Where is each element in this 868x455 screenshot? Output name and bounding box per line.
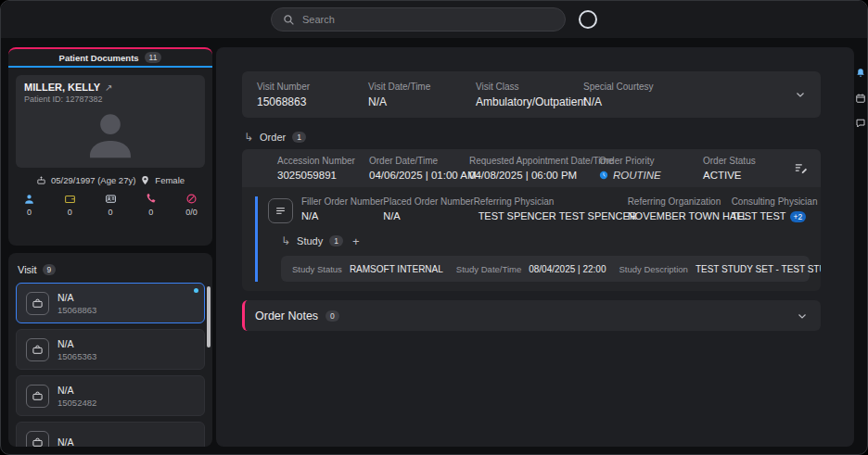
visit-summary-card[interactable]: Visit Number 15068863 Visit Date/Time N/…: [242, 71, 821, 118]
patient-id: Patient ID: 12787382: [24, 95, 197, 104]
visit-datetime-field: Visit Date/Time N/A: [368, 82, 476, 108]
unread-dot: [194, 288, 198, 293]
subdirectory-arrow-icon: ↳: [281, 234, 290, 247]
stat-count: 0: [68, 208, 72, 217]
stat-users[interactable]: 0: [23, 193, 35, 217]
visit-label: Visit: [18, 264, 37, 275]
visit-list-item[interactable]: N/A: [16, 422, 205, 447]
more-physicians-badge[interactable]: +2: [790, 211, 807, 222]
main-panel: Visit Number 15068863 Visit Date/Time N/…: [216, 47, 854, 447]
order-datetime-field: Order Date/Time 04/06/2025 | 01:00 AM: [369, 156, 469, 181]
user-icon: [23, 193, 35, 205]
special-courtesy-field: Special Courtesy N/A: [583, 82, 654, 108]
patient-card[interactable]: MILLER, KELLY ↗ Patient ID: 12787382: [16, 75, 205, 168]
study-datetime-label: Study Date/Time: [456, 264, 521, 274]
patient-documents-tab-label: Patient Documents: [59, 53, 139, 63]
add-study-button[interactable]: +: [350, 235, 363, 247]
study-section-header: ↳ Study 1 +: [281, 234, 810, 247]
patient-meta: 05/29/1997 (Age 27y) Female: [8, 175, 212, 185]
requested-appointment-field: Requested Appointment Date/Time 04/08/20…: [469, 156, 599, 181]
order-fields-row: Filler Order Number N/A Placed Order Num…: [268, 196, 810, 223]
search-input[interactable]: [302, 14, 554, 25]
visit-list-header: Visit 9: [16, 260, 205, 283]
stat-count: 0: [148, 208, 153, 217]
chevron-down-icon[interactable]: [795, 89, 806, 100]
study-block: ↳ Study 1 + Study Status RAMSOFT INTERNA…: [281, 234, 810, 282]
stat-insurance[interactable]: 0: [64, 193, 76, 217]
order-card: Accession Number 3025059891 Order Date/T…: [242, 149, 821, 291]
visit-class-field: Visit Class Ambulatory/Outpatient: [476, 82, 583, 108]
study-count-badge: 1: [329, 235, 343, 246]
visit-list-item[interactable]: N/A 15068863: [16, 283, 205, 323]
order-body: Filler Order Number N/A Placed Order Num…: [255, 196, 810, 282]
briefcase-icon: [26, 431, 49, 448]
order-notes-label: Order Notes: [255, 310, 318, 322]
priority-icon: [599, 171, 608, 180]
stat-ratio[interactable]: 0/0: [185, 193, 198, 217]
order-notes-card[interactable]: Order Notes 0: [242, 300, 821, 331]
study-row[interactable]: Study Status RAMSOFT INTERNAL Study Date…: [281, 256, 810, 282]
patient-stats-row: 0 0 0 0 0/0: [8, 185, 212, 217]
scrollbar[interactable]: [207, 286, 211, 348]
study-status-label: Study Status: [292, 264, 342, 274]
visit-item-title: N/A: [57, 436, 74, 447]
notifications-bell-icon[interactable]: [855, 68, 866, 79]
visit-item-title: N/A: [57, 292, 96, 303]
study-section-label: Study: [297, 235, 323, 246]
study-description-value: TEST STUDY SET - TEST STUDY SET: [696, 264, 821, 274]
order-priority-field: Order Priority ROUTINE: [599, 156, 703, 181]
birthdate-icon: [36, 175, 46, 185]
search-bar[interactable]: [271, 7, 566, 32]
visit-item-number: 15065363: [57, 351, 96, 361]
open-patient-icon[interactable]: ↗: [105, 82, 112, 93]
patient-documents-panel: Patient Documents 11 MILLER, KELLY ↗ Pat…: [8, 47, 212, 246]
stat-count: 0: [27, 208, 32, 217]
study-datetime-value: 08/04/2025 | 22:00: [529, 264, 606, 274]
stat-count: 0: [108, 208, 112, 217]
tab-patient-documents[interactable]: Patient Documents 11: [8, 49, 212, 68]
topbar: [1, 1, 867, 38]
order-details-icon[interactable]: [268, 198, 293, 223]
briefcase-icon: [26, 338, 49, 361]
order-notes-count-badge: 0: [326, 310, 339, 322]
stat-phone[interactable]: 0: [145, 193, 157, 217]
referring-physician-field: Referring Physician TEST SPENCER TEST SP…: [474, 196, 628, 221]
stat-id-card[interactable]: 0: [105, 193, 117, 217]
phone-icon: [145, 193, 157, 205]
order-count-badge: 1: [292, 132, 306, 143]
visit-list-item[interactable]: N/A 15065363: [16, 329, 205, 370]
user-avatar[interactable]: [579, 10, 597, 29]
visit-count-badge: 9: [43, 264, 57, 275]
app-window: Patient Documents 11 MILLER, KELLY ↗ Pat…: [0, 0, 868, 455]
visit-item-number: 15068863: [57, 305, 96, 315]
patient-documents-count-badge: 11: [145, 52, 162, 63]
visit-list-item[interactable]: N/A 15052482: [16, 375, 205, 416]
order-section-header: ↳ Order 1: [244, 131, 821, 144]
patient-avatar: [24, 106, 197, 163]
placed-order-number-field: Placed Order Number N/A: [383, 196, 473, 221]
order-section-label: Order: [260, 132, 286, 143]
person-icon: [82, 106, 139, 163]
chat-icon[interactable]: [855, 118, 866, 129]
chevron-down-icon[interactable]: [797, 310, 808, 322]
patient-name: MILLER, KELLY: [24, 82, 100, 93]
search-icon: [283, 14, 295, 26]
study-status-value: RAMSOFT INTERNAL: [350, 264, 443, 274]
patient-birthdate: 05/29/1997 (Age 27y): [51, 175, 135, 185]
edit-order-icon[interactable]: [794, 161, 808, 175]
order-header[interactable]: Accession Number 3025059891 Order Date/T…: [242, 149, 821, 187]
filler-order-number-field: Filler Order Number N/A: [301, 196, 383, 221]
study-description-label: Study Description: [619, 264, 687, 274]
meter-icon: [185, 193, 198, 205]
calendar-icon[interactable]: [855, 93, 866, 104]
wallet-icon: [64, 193, 76, 205]
visit-item-title: N/A: [57, 338, 96, 349]
subdirectory-arrow-icon: ↳: [244, 131, 253, 144]
id-card-icon: [105, 193, 117, 205]
visit-number-field: Visit Number 15068863: [257, 82, 368, 108]
visit-item-title: N/A: [57, 385, 96, 396]
order-status-field: Order Status ACTIVE: [703, 156, 756, 181]
visit-item-number: 15052482: [57, 398, 96, 408]
gender-pin-icon: [140, 175, 150, 185]
visit-list: N/A 15068863 N/A 15065363: [16, 283, 205, 447]
